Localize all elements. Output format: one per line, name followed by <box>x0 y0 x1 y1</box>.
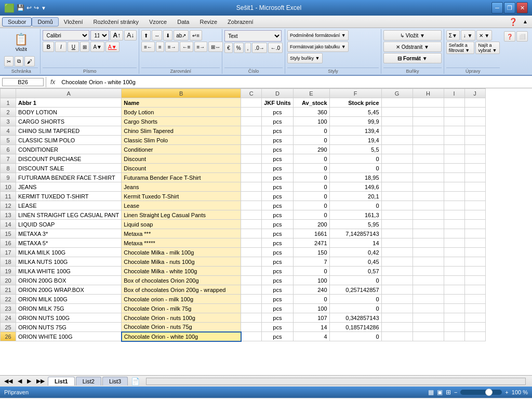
cell-f2[interactable]: 5,45 <box>329 108 381 117</box>
col-header-c[interactable]: C <box>241 89 262 98</box>
delete-cells-button[interactable]: ✕ Odstranit ▼ <box>383 42 442 52</box>
cell-f3[interactable]: 99,9 <box>329 117 381 126</box>
cell-c19[interactable] <box>241 267 262 276</box>
increase-decimal-button[interactable]: .0→ <box>252 43 267 53</box>
cell-b5[interactable]: Classic Slim Polo <box>122 136 241 145</box>
cell-e14[interactable]: 200 <box>293 220 329 229</box>
cell-e22[interactable]: 0 <box>293 295 329 304</box>
cell-f16[interactable]: 14 <box>329 238 381 248</box>
cell-d22[interactable]: pcs <box>262 295 293 304</box>
cell-a1[interactable]: Abbr 1 <box>16 98 122 108</box>
cell-j10[interactable] <box>464 182 485 192</box>
cell-h24[interactable] <box>413 313 444 323</box>
page-layout-button[interactable]: ▣ <box>437 389 443 396</box>
cell-g9[interactable] <box>381 173 413 182</box>
cell-h26[interactable] <box>413 332 444 341</box>
border-button[interactable]: ⊞ <box>80 42 89 52</box>
cell-c26[interactable] <box>241 332 262 341</box>
cell-d11[interactable]: pcs <box>262 192 293 201</box>
cell-g23[interactable] <box>381 304 413 313</box>
name-box[interactable] <box>2 78 44 86</box>
cell-g19[interactable] <box>381 267 413 276</box>
cell-c4[interactable] <box>241 126 262 136</box>
menu-rozlozeni[interactable]: Rozložení stránky <box>88 18 144 26</box>
cell-g24[interactable] <box>381 313 413 323</box>
col-header-g[interactable]: G <box>381 89 413 98</box>
cell-j22[interactable] <box>464 295 485 304</box>
cell-d8[interactable]: pcs <box>262 164 293 173</box>
cell-h15[interactable] <box>413 229 444 238</box>
number-format-select[interactable]: Text <box>224 30 282 42</box>
cell-b4[interactable]: Chino Slim Tapered <box>122 126 241 136</box>
cell-g14[interactable] <box>381 220 413 229</box>
copy-button[interactable]: ⧉ <box>15 56 23 66</box>
cell-h2[interactable] <box>413 108 444 117</box>
cell-f24[interactable]: 0,342857143 <box>329 313 381 323</box>
cell-a20[interactable]: ORION 200G BOX <box>16 276 122 285</box>
cell-j18[interactable] <box>464 257 485 267</box>
cell-i20[interactable] <box>444 276 464 285</box>
col-header-d[interactable]: D <box>262 89 293 98</box>
cell-j25[interactable] <box>464 323 485 332</box>
cell-i17[interactable] <box>444 248 464 257</box>
cell-f6[interactable]: 5,5 <box>329 145 381 154</box>
cell-e6[interactable]: 290 <box>293 145 329 154</box>
cell-c15[interactable] <box>241 229 262 238</box>
cell-d1[interactable]: JKF Units <box>262 98 293 108</box>
cell-i23[interactable] <box>444 304 464 313</box>
restore-button[interactable]: ❐ <box>504 2 515 14</box>
col-header-i[interactable]: I <box>444 89 464 98</box>
conditional-format-button[interactable]: Podmíněné formátování ▼ <box>287 30 348 41</box>
cell-e25[interactable]: 14 <box>293 323 329 332</box>
cell-c20[interactable] <box>241 276 262 285</box>
quick-access-dropdown[interactable]: ▼ <box>41 5 46 11</box>
cell-b18[interactable]: Chocolate Milka - nuts 100g <box>122 257 241 267</box>
cell-c2[interactable] <box>241 108 262 117</box>
cell-h17[interactable] <box>413 248 444 257</box>
percent-button[interactable]: % <box>234 43 244 53</box>
next-sheet-one-button[interactable]: ▶ <box>25 378 33 384</box>
cell-i11[interactable] <box>444 192 464 201</box>
cell-d19[interactable]: pcs <box>262 267 293 276</box>
cell-j17[interactable] <box>464 248 485 257</box>
find-select-button[interactable]: Najít a vybrat ▼ <box>475 42 500 54</box>
decrease-indent-button[interactable]: ←≡ <box>180 42 193 52</box>
cell-d25[interactable]: pcs <box>262 323 293 332</box>
cell-j12[interactable] <box>464 201 485 210</box>
cell-h1[interactable] <box>413 98 444 108</box>
cell-i3[interactable] <box>444 117 464 126</box>
cell-c17[interactable] <box>241 248 262 257</box>
cell-d20[interactable]: pcs <box>262 276 293 285</box>
cell-a17[interactable]: MILKA MILK 100G <box>16 248 122 257</box>
cell-f11[interactable]: 20,1 <box>329 192 381 201</box>
cell-g16[interactable] <box>381 238 413 248</box>
cell-a11[interactable]: KERMIT TUXEDO T-SHIRT <box>16 192 122 201</box>
quick-access-undo[interactable]: ↩ <box>26 4 32 11</box>
cell-d5[interactable]: pcs <box>262 136 293 145</box>
cell-d6[interactable]: pcs <box>262 145 293 154</box>
quick-access-save[interactable]: 💾 <box>17 4 24 11</box>
cell-e21[interactable]: 240 <box>293 285 329 295</box>
cell-i22[interactable] <box>444 295 464 304</box>
cell-c1[interactable] <box>241 98 262 108</box>
cell-c10[interactable] <box>241 182 262 192</box>
sheet-tab-list2[interactable]: List2 <box>76 377 101 385</box>
cell-d10[interactable]: pcs <box>262 182 293 192</box>
cell-c12[interactable] <box>241 201 262 210</box>
cell-j5[interactable] <box>464 136 485 145</box>
cell-c3[interactable] <box>241 117 262 126</box>
align-bottom-button[interactable]: ⬇ <box>163 30 172 41</box>
cell-j7[interactable] <box>464 154 485 164</box>
font-name-select[interactable]: Calibri <box>43 30 89 41</box>
cell-j26[interactable] <box>464 332 485 341</box>
menu-vlozeni[interactable]: Vložení <box>59 18 88 26</box>
cell-j9[interactable] <box>464 173 485 182</box>
cell-i8[interactable] <box>444 164 464 173</box>
cell-b9[interactable]: Futurama Bender Face T-Shirt <box>122 173 241 182</box>
cell-i12[interactable] <box>444 201 464 210</box>
help-button[interactable]: ❓ <box>504 31 515 42</box>
cell-h18[interactable] <box>413 257 444 267</box>
cell-e15[interactable]: 1661 <box>293 229 329 238</box>
cell-i21[interactable] <box>444 285 464 295</box>
cell-h3[interactable] <box>413 117 444 126</box>
